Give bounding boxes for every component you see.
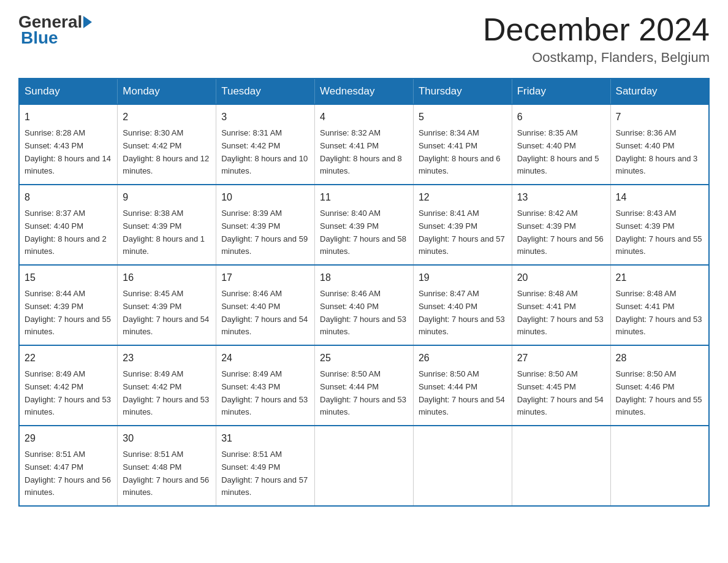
calendar-cell: 11Sunrise: 8:40 AMSunset: 4:39 PMDayligh…	[315, 185, 414, 265]
day-info: Sunrise: 8:51 AMSunset: 4:49 PMDaylight:…	[221, 448, 309, 499]
day-info: Sunrise: 8:51 AMSunset: 4:48 PMDaylight:…	[123, 448, 211, 499]
day-number: 3	[221, 110, 309, 125]
day-info: Sunrise: 8:49 AMSunset: 4:42 PMDaylight:…	[123, 368, 211, 419]
day-info: Sunrise: 8:48 AMSunset: 4:41 PMDaylight:…	[517, 288, 605, 339]
day-number: 8	[25, 190, 112, 205]
location-subtitle: Oostkamp, Flanders, Belgium	[483, 50, 710, 66]
day-info: Sunrise: 8:43 AMSunset: 4:39 PMDaylight:…	[616, 207, 703, 258]
calendar-cell	[413, 426, 512, 506]
day-info: Sunrise: 8:45 AMSunset: 4:39 PMDaylight:…	[123, 288, 211, 339]
week-row-4: 22Sunrise: 8:49 AMSunset: 4:42 PMDayligh…	[19, 345, 709, 426]
day-info: Sunrise: 8:41 AMSunset: 4:39 PMDaylight:…	[419, 207, 507, 258]
day-number: 14	[616, 190, 703, 205]
day-header-monday: Monday	[118, 79, 216, 104]
day-info: Sunrise: 8:36 AMSunset: 4:40 PMDaylight:…	[616, 127, 703, 178]
calendar-cell: 8Sunrise: 8:37 AMSunset: 4:40 PMDaylight…	[19, 185, 118, 265]
calendar-cell: 1Sunrise: 8:28 AMSunset: 4:43 PMDaylight…	[19, 104, 118, 185]
day-number: 11	[320, 190, 408, 205]
calendar-cell: 7Sunrise: 8:36 AMSunset: 4:40 PMDaylight…	[610, 104, 709, 185]
day-number: 16	[123, 270, 211, 286]
calendar-cell: 4Sunrise: 8:32 AMSunset: 4:41 PMDaylight…	[315, 104, 414, 185]
calendar-cell: 18Sunrise: 8:46 AMSunset: 4:40 PMDayligh…	[315, 265, 414, 345]
day-number: 6	[517, 110, 605, 125]
calendar-table: SundayMondayTuesdayWednesdayThursdayFrid…	[18, 78, 710, 507]
day-info: Sunrise: 8:48 AMSunset: 4:41 PMDaylight:…	[616, 288, 703, 339]
day-number: 2	[123, 110, 211, 125]
calendar-cell: 22Sunrise: 8:49 AMSunset: 4:42 PMDayligh…	[19, 345, 118, 426]
calendar-cell: 25Sunrise: 8:50 AMSunset: 4:44 PMDayligh…	[315, 345, 414, 426]
day-number: 7	[616, 110, 703, 125]
day-info: Sunrise: 8:47 AMSunset: 4:40 PMDaylight:…	[419, 288, 507, 339]
day-header-saturday: Saturday	[610, 79, 709, 104]
day-number: 22	[25, 351, 112, 366]
day-number: 27	[517, 351, 605, 366]
calendar-cell: 29Sunrise: 8:51 AMSunset: 4:47 PMDayligh…	[19, 426, 118, 506]
calendar-cell: 2Sunrise: 8:30 AMSunset: 4:42 PMDaylight…	[118, 104, 216, 185]
calendar-cell: 12Sunrise: 8:41 AMSunset: 4:39 PMDayligh…	[413, 185, 512, 265]
calendar-cell: 16Sunrise: 8:45 AMSunset: 4:39 PMDayligh…	[118, 265, 216, 345]
day-header-row: SundayMondayTuesdayWednesdayThursdayFrid…	[19, 79, 709, 104]
month-year-title: December 2024	[483, 12, 710, 47]
day-number: 17	[221, 270, 309, 286]
day-info: Sunrise: 8:38 AMSunset: 4:39 PMDaylight:…	[123, 207, 211, 258]
day-info: Sunrise: 8:50 AMSunset: 4:44 PMDaylight:…	[320, 368, 408, 419]
day-info: Sunrise: 8:28 AMSunset: 4:43 PMDaylight:…	[25, 127, 112, 178]
day-number: 12	[419, 190, 507, 205]
day-number: 26	[419, 351, 507, 366]
day-number: 23	[123, 351, 211, 366]
week-row-5: 29Sunrise: 8:51 AMSunset: 4:47 PMDayligh…	[19, 426, 709, 506]
day-info: Sunrise: 8:44 AMSunset: 4:39 PMDaylight:…	[25, 288, 112, 339]
day-header-friday: Friday	[512, 79, 610, 104]
day-number: 10	[221, 190, 309, 205]
calendar-cell	[315, 426, 414, 506]
day-info: Sunrise: 8:50 AMSunset: 4:46 PMDaylight:…	[616, 368, 703, 419]
calendar-cell: 27Sunrise: 8:50 AMSunset: 4:45 PMDayligh…	[512, 345, 610, 426]
day-number: 9	[123, 190, 211, 205]
day-number: 24	[221, 351, 309, 366]
day-number: 20	[517, 270, 605, 286]
day-info: Sunrise: 8:46 AMSunset: 4:40 PMDaylight:…	[221, 288, 309, 339]
day-number: 29	[25, 431, 112, 446]
title-section: December 2024 Oostkamp, Flanders, Belgiu…	[483, 12, 710, 66]
day-info: Sunrise: 8:35 AMSunset: 4:40 PMDaylight:…	[517, 127, 605, 178]
day-number: 19	[419, 270, 507, 286]
day-number: 13	[517, 190, 605, 205]
day-header-wednesday: Wednesday	[315, 79, 414, 104]
calendar-cell: 28Sunrise: 8:50 AMSunset: 4:46 PMDayligh…	[610, 345, 709, 426]
calendar-cell: 9Sunrise: 8:38 AMSunset: 4:39 PMDaylight…	[118, 185, 216, 265]
day-number: 1	[25, 110, 112, 125]
calendar-cell	[512, 426, 610, 506]
day-info: Sunrise: 8:50 AMSunset: 4:44 PMDaylight:…	[419, 368, 507, 419]
day-info: Sunrise: 8:49 AMSunset: 4:42 PMDaylight:…	[25, 368, 112, 419]
calendar-cell: 5Sunrise: 8:34 AMSunset: 4:41 PMDaylight…	[413, 104, 512, 185]
calendar-cell: 6Sunrise: 8:35 AMSunset: 4:40 PMDaylight…	[512, 104, 610, 185]
day-info: Sunrise: 8:32 AMSunset: 4:41 PMDaylight:…	[320, 127, 408, 178]
day-number: 5	[419, 110, 507, 125]
calendar-cell: 24Sunrise: 8:49 AMSunset: 4:43 PMDayligh…	[216, 345, 315, 426]
day-info: Sunrise: 8:51 AMSunset: 4:47 PMDaylight:…	[25, 448, 112, 499]
logo-blue: Blue	[21, 28, 58, 48]
day-number: 30	[123, 431, 211, 446]
day-number: 15	[25, 270, 112, 286]
calendar-cell: 10Sunrise: 8:39 AMSunset: 4:39 PMDayligh…	[216, 185, 315, 265]
week-row-2: 8Sunrise: 8:37 AMSunset: 4:40 PMDaylight…	[19, 185, 709, 265]
day-header-sunday: Sunday	[19, 79, 118, 104]
day-info: Sunrise: 8:49 AMSunset: 4:43 PMDaylight:…	[221, 368, 309, 419]
day-number: 31	[221, 431, 309, 446]
day-header-tuesday: Tuesday	[216, 79, 315, 104]
calendar-cell: 3Sunrise: 8:31 AMSunset: 4:42 PMDaylight…	[216, 104, 315, 185]
day-number: 4	[320, 110, 408, 125]
week-row-1: 1Sunrise: 8:28 AMSunset: 4:43 PMDaylight…	[19, 104, 709, 185]
day-info: Sunrise: 8:40 AMSunset: 4:39 PMDaylight:…	[320, 207, 408, 258]
day-info: Sunrise: 8:46 AMSunset: 4:40 PMDaylight:…	[320, 288, 408, 339]
day-info: Sunrise: 8:39 AMSunset: 4:39 PMDaylight:…	[221, 207, 309, 258]
calendar-cell: 21Sunrise: 8:48 AMSunset: 4:41 PMDayligh…	[610, 265, 709, 345]
calendar-cell: 31Sunrise: 8:51 AMSunset: 4:49 PMDayligh…	[216, 426, 315, 506]
calendar-cell: 26Sunrise: 8:50 AMSunset: 4:44 PMDayligh…	[413, 345, 512, 426]
day-info: Sunrise: 8:37 AMSunset: 4:40 PMDaylight:…	[25, 207, 112, 258]
calendar-cell: 17Sunrise: 8:46 AMSunset: 4:40 PMDayligh…	[216, 265, 315, 345]
calendar-cell: 14Sunrise: 8:43 AMSunset: 4:39 PMDayligh…	[610, 185, 709, 265]
week-row-3: 15Sunrise: 8:44 AMSunset: 4:39 PMDayligh…	[19, 265, 709, 345]
logo-arrow-icon	[83, 16, 92, 28]
calendar-cell: 13Sunrise: 8:42 AMSunset: 4:39 PMDayligh…	[512, 185, 610, 265]
